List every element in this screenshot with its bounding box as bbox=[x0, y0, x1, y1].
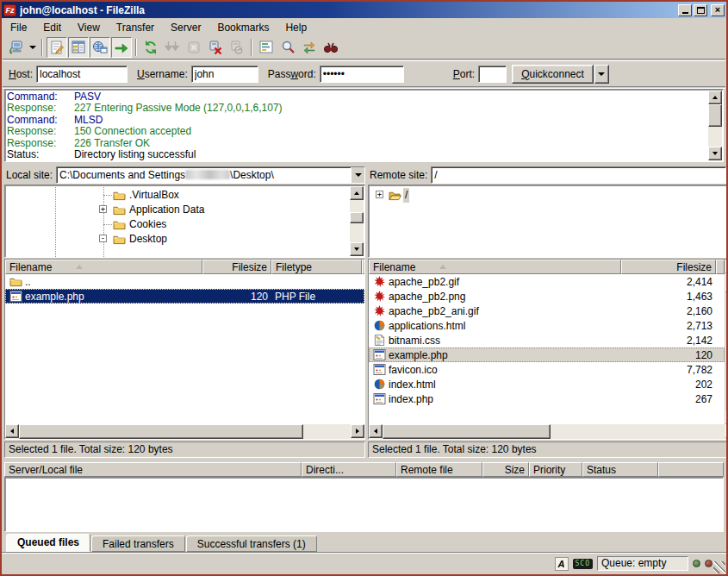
minimize-button[interactable] bbox=[678, 4, 692, 16]
directory-listing-filters-button[interactable] bbox=[256, 37, 277, 58]
queue-column-size[interactable]: Size bbox=[482, 462, 529, 477]
remote-list-vscrollbar[interactable] bbox=[725, 260, 728, 424]
scroll-down-button[interactable] bbox=[708, 147, 722, 160]
resize-grip[interactable] bbox=[713, 561, 725, 573]
port-input[interactable] bbox=[478, 66, 507, 83]
title-bar[interactable]: Fz john@localhost - FileZilla × bbox=[2, 2, 726, 18]
list-filler bbox=[5, 304, 364, 424]
menu-help[interactable]: Help bbox=[278, 20, 314, 35]
data-type-indicator-icon[interactable]: A bbox=[555, 557, 569, 571]
file-row[interactable]: .. bbox=[5, 274, 364, 289]
tree-item[interactable]: Application Data bbox=[128, 203, 206, 217]
column-header-filesize[interactable]: Filesize bbox=[202, 260, 271, 274]
toggle-local-tree-button[interactable] bbox=[68, 37, 89, 58]
minimize-icon bbox=[682, 12, 688, 14]
refresh-button[interactable] bbox=[140, 37, 161, 58]
disconnect-button[interactable] bbox=[205, 37, 226, 58]
port-label: Port: bbox=[453, 68, 475, 80]
tab-failed-transfers[interactable]: Failed transfers bbox=[91, 535, 185, 552]
quickconnect-dropdown-button[interactable] bbox=[594, 65, 609, 84]
file-cell-text: 2,160 bbox=[687, 305, 712, 317]
menu-view[interactable]: View bbox=[71, 20, 107, 35]
file-cell: 2,414 bbox=[621, 276, 716, 288]
file-row[interactable]: index.php267 bbox=[369, 391, 725, 406]
toggle-local-tree-icon bbox=[71, 40, 86, 55]
scroll-right-button[interactable] bbox=[351, 424, 364, 438]
scrollbar-thumb[interactable] bbox=[19, 424, 303, 439]
tree-item[interactable]: / bbox=[403, 188, 409, 203]
queue-column-directi-[interactable]: Directi... bbox=[302, 462, 396, 477]
column-header-filename[interactable]: Filename bbox=[5, 260, 202, 274]
collapse-icon[interactable]: - bbox=[99, 235, 107, 242]
toggle-remote-tree-button[interactable] bbox=[90, 37, 110, 58]
file-row[interactable]: apache_pb2_ani.gif2,160 bbox=[369, 304, 725, 318]
synchronized-browsing-button[interactable] bbox=[299, 37, 320, 58]
expand-icon[interactable]: + bbox=[376, 191, 383, 198]
site-manager-button[interactable] bbox=[5, 37, 26, 58]
refresh-icon bbox=[143, 40, 159, 55]
expand-icon[interactable]: + bbox=[99, 205, 107, 213]
site-manager-dropdown-button[interactable] bbox=[27, 37, 38, 58]
queue-column-status[interactable]: Status bbox=[582, 462, 658, 477]
menu-bookmarks[interactable]: Bookmarks bbox=[210, 20, 276, 35]
scrollbar-thumb[interactable] bbox=[350, 212, 364, 223]
toggle-message-log-button[interactable] bbox=[47, 37, 67, 58]
log-scrollbar[interactable] bbox=[708, 91, 722, 160]
local-tree-scrollbar[interactable] bbox=[350, 186, 364, 256]
queue-column-remote-file[interactable]: Remote file bbox=[396, 462, 482, 477]
tree-connector bbox=[103, 195, 112, 196]
column-header-filename[interactable]: Filename bbox=[369, 260, 621, 274]
file-row[interactable]: index.html202 bbox=[369, 377, 725, 391]
quickconnect-button[interactable]: Quickconnect bbox=[512, 65, 594, 84]
queue-column-priority[interactable]: Priority bbox=[529, 462, 582, 477]
file-row[interactable]: example.php120 bbox=[369, 347, 725, 362]
speed-limits-icon[interactable]: SCO bbox=[573, 559, 593, 569]
arrow-right-icon bbox=[356, 429, 359, 434]
directory-comparison-button[interactable] bbox=[277, 37, 298, 58]
menu-file[interactable]: File bbox=[3, 20, 34, 35]
menu-edit[interactable]: Edit bbox=[36, 20, 68, 35]
scroll-down-button[interactable] bbox=[350, 242, 364, 256]
tab-queued-files[interactable]: Queued files bbox=[6, 534, 90, 552]
file-cell-text: 2,414 bbox=[687, 276, 712, 288]
tab-successful-transfers-1-[interactable]: Successful transfers (1) bbox=[186, 535, 317, 552]
toolbar bbox=[2, 36, 726, 59]
local-site-dropdown[interactable] bbox=[351, 167, 364, 183]
column-header-filetype[interactable]: Filetype bbox=[271, 260, 362, 274]
scrollbar-thumb[interactable] bbox=[383, 424, 551, 439]
local-list-hscrollbar[interactable] bbox=[5, 424, 364, 439]
file-cell: 1 bbox=[362, 291, 364, 303]
file-row[interactable]: apache_pb2.gif2,414 bbox=[369, 274, 725, 289]
column-header-last-modified[interactable]: Last modified bbox=[362, 260, 364, 274]
close-button[interactable]: × bbox=[711, 4, 725, 16]
scroll-up-button[interactable] bbox=[350, 186, 364, 200]
column-header-filesize[interactable]: Filesize bbox=[621, 260, 716, 274]
local-site-combo[interactable]: C:\Documents and Settings\Desktop\ bbox=[56, 166, 365, 184]
password-input[interactable] bbox=[320, 66, 404, 83]
scroll-left-button[interactable] bbox=[5, 424, 19, 438]
username-input[interactable] bbox=[191, 66, 258, 83]
scroll-left-button[interactable] bbox=[369, 424, 383, 438]
scroll-up-button[interactable] bbox=[708, 91, 722, 104]
menu-transfer[interactable]: Transfer bbox=[109, 20, 161, 35]
file-row[interactable]: applications.html2,713 bbox=[369, 318, 725, 333]
remote-list-hscrollbar[interactable] bbox=[369, 424, 728, 439]
scrollbar-thumb[interactable] bbox=[708, 104, 722, 127]
tree-item[interactable]: .VirtualBox bbox=[128, 188, 181, 203]
activity-led-red bbox=[705, 560, 712, 567]
file-row[interactable]: favicon.ico7,782 bbox=[369, 362, 725, 377]
toggle-transfer-queue-button[interactable] bbox=[111, 37, 132, 58]
column-header-label: Priority bbox=[533, 464, 565, 476]
file-row[interactable]: apache_pb2.png1,463 bbox=[369, 289, 725, 304]
tree-item[interactable]: Desktop bbox=[128, 232, 169, 247]
remote-site-combo[interactable]: / bbox=[431, 166, 728, 184]
find-files-button[interactable] bbox=[320, 37, 341, 58]
maximize-button[interactable] bbox=[694, 4, 707, 16]
menu-server[interactable]: Server bbox=[164, 20, 208, 35]
queue-column-server-local-file[interactable]: Server/Local file bbox=[4, 462, 302, 477]
host-input[interactable] bbox=[36, 66, 128, 83]
tree-item[interactable]: Cookies bbox=[128, 217, 168, 232]
file-row[interactable]: bitnami.css2,142 bbox=[369, 333, 725, 347]
file-row[interactable]: example.php120PHP File1 bbox=[5, 289, 364, 304]
toolbar-separator bbox=[251, 39, 252, 56]
